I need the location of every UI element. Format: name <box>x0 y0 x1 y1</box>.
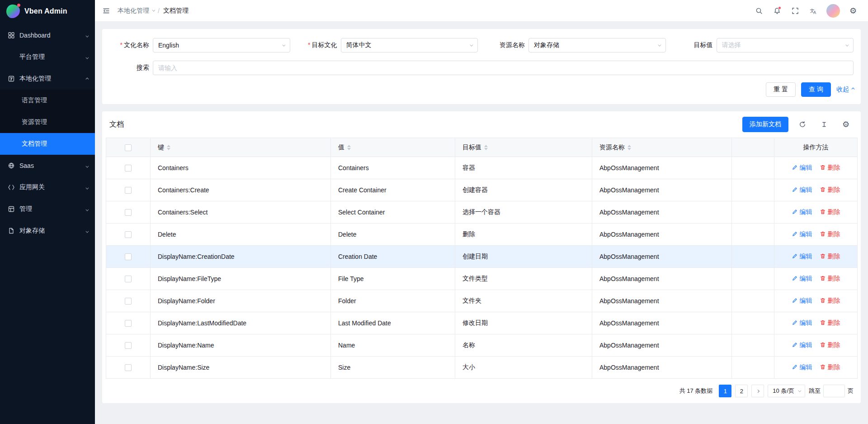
edit-button[interactable]: 编辑 <box>792 319 812 327</box>
field-label: 目标值 <box>673 41 717 49</box>
row-checkbox[interactable] <box>125 364 132 371</box>
sidebar-item-localization[interactable]: 本地化管理 <box>0 68 95 90</box>
sort-icon[interactable] <box>484 145 488 150</box>
trash-icon <box>820 364 826 372</box>
edit-button[interactable]: 编辑 <box>792 186 812 194</box>
query-button[interactable]: 查 询 <box>801 82 831 97</box>
sidebar-item-admin[interactable]: 管理 <box>0 198 95 220</box>
target-culture-select[interactable]: 简体中文 <box>341 38 478 52</box>
column-settings-gear-icon[interactable]: ⚙ <box>838 117 854 132</box>
delete-button[interactable]: 删除 <box>820 186 840 194</box>
page-button-2[interactable]: 2 <box>735 385 748 397</box>
sidebar-item-storage[interactable]: 对象存储 <box>0 220 95 242</box>
target-value-select[interactable]: 请选择 <box>717 38 854 52</box>
topbar-actions: 文A ⚙ <box>751 3 861 19</box>
sidebar-subitem[interactable]: 资源管理 <box>0 111 95 133</box>
delete-button[interactable]: 删除 <box>820 164 840 172</box>
row-checkbox[interactable] <box>125 276 132 282</box>
delete-button[interactable]: 删除 <box>820 230 840 238</box>
filter-actions: 重 置 查 询 收起 <box>109 82 854 97</box>
app-logo[interactable]: Vben Admin <box>0 0 95 23</box>
select-all-checkbox[interactable] <box>125 144 132 151</box>
table-row: DisplayName:CreationDateCreation Date创建日… <box>106 246 858 268</box>
collapse-filters-link[interactable]: 收起 <box>836 86 854 94</box>
row-checkbox[interactable] <box>125 253 132 260</box>
edit-button[interactable]: 编辑 <box>792 363 812 372</box>
delete-button[interactable]: 删除 <box>820 363 840 372</box>
table-toolbar: 文档 添加新文档 ⚙ <box>102 111 861 138</box>
reset-button[interactable]: 重 置 <box>766 82 796 97</box>
sidebar-item-platform[interactable]: 平台管理 <box>0 46 95 68</box>
edit-button[interactable]: 编辑 <box>792 341 812 349</box>
sidebar-item-dashboard[interactable]: Dashboard <box>0 24 95 46</box>
edit-button[interactable]: 编辑 <box>792 164 812 172</box>
user-avatar[interactable] <box>826 4 840 18</box>
chevron-down-icon <box>85 162 88 169</box>
row-checkbox[interactable] <box>125 342 132 349</box>
filter-panel: *文化名称English*目标文化简体中文资源名称对象存储目标值请选择 搜索 重… <box>102 29 861 104</box>
edit-button[interactable]: 编辑 <box>792 275 812 283</box>
delete-button[interactable]: 删除 <box>820 297 840 305</box>
search-icon[interactable] <box>751 3 767 19</box>
translate-icon[interactable]: 文A <box>806 3 821 19</box>
breadcrumb-current: 文档管理 <box>163 7 189 15</box>
row-checkbox[interactable] <box>125 165 132 172</box>
culture-name-select[interactable]: English <box>153 38 290 52</box>
sidebar-subitem[interactable]: 语言管理 <box>0 90 95 111</box>
edit-button[interactable]: 编辑 <box>792 208 812 216</box>
sidebar-item-gateway[interactable]: 应用网关 <box>0 176 95 198</box>
sort-icon[interactable] <box>167 145 170 150</box>
delete-button[interactable]: 删除 <box>820 208 840 216</box>
table-row: DisplayName:FolderFolder文件夹AbpOssManagem… <box>106 290 858 312</box>
page-size-select[interactable]: 10 条/页 <box>768 385 805 397</box>
column-header-target: 目标值 <box>455 138 592 157</box>
filter-field-culture-name: *文化名称English <box>109 38 290 52</box>
edit-button[interactable]: 编辑 <box>792 230 812 238</box>
resource-name-select[interactable]: 对象存储 <box>528 38 666 52</box>
edit-button[interactable]: 编辑 <box>792 297 812 305</box>
fullscreen-icon[interactable] <box>788 3 803 19</box>
chevron-down-icon <box>85 227 88 234</box>
notifications-bell-icon[interactable] <box>769 3 785 19</box>
edit-button[interactable]: 编辑 <box>792 252 812 261</box>
table-panel: 文档 添加新文档 ⚙ <box>102 111 861 403</box>
delete-button[interactable]: 删除 <box>820 275 840 283</box>
delete-button[interactable]: 删除 <box>820 319 840 327</box>
settings-gear-icon[interactable]: ⚙ <box>845 3 861 19</box>
row-checkbox[interactable] <box>125 298 132 305</box>
filter-field-target-value: 目标值请选择 <box>673 38 854 52</box>
sidebar-collapse-icon[interactable] <box>99 3 114 19</box>
sort-icon[interactable] <box>627 145 631 150</box>
row-checkbox[interactable] <box>125 187 132 194</box>
cell-value: Containers <box>331 157 455 179</box>
column-header-resource: 资源名称 <box>592 138 732 157</box>
sidebar-subitem[interactable]: 文档管理 <box>0 133 95 155</box>
chevron-down-icon <box>798 389 801 392</box>
pencil-icon <box>792 231 798 238</box>
sort-icon[interactable] <box>347 145 351 150</box>
refresh-icon[interactable] <box>795 117 810 132</box>
next-page-button[interactable] <box>751 385 764 397</box>
chevron-down-icon <box>658 43 661 46</box>
cell-key: Containers <box>151 157 331 179</box>
page-button-1[interactable]: 1 <box>719 385 731 397</box>
cell-value: Size <box>331 357 455 379</box>
delete-button[interactable]: 删除 <box>820 252 840 261</box>
row-height-icon[interactable] <box>816 117 832 132</box>
main-column: 本地化管理 / 文档管理 文A <box>95 0 868 424</box>
row-checkbox[interactable] <box>125 231 132 238</box>
row-checkbox[interactable] <box>125 320 132 327</box>
logo-icon <box>6 5 20 18</box>
search-input[interactable] <box>153 61 854 75</box>
cell-resource-name: AbpOssManagement <box>592 290 732 312</box>
add-document-button[interactable]: 添加新文档 <box>742 117 788 132</box>
jump-page-input[interactable] <box>823 385 845 397</box>
cell-resource-name: AbpOssManagement <box>592 357 732 379</box>
row-checkbox[interactable] <box>125 209 132 216</box>
cell-value: Last Modified Date <box>331 312 455 334</box>
trash-icon <box>820 275 826 283</box>
breadcrumb-parent[interactable]: 本地化管理 <box>118 7 154 15</box>
sidebar-item-saas[interactable]: Saas <box>0 155 95 176</box>
delete-button[interactable]: 删除 <box>820 341 840 349</box>
cell-resource-name: AbpOssManagement <box>592 157 732 179</box>
